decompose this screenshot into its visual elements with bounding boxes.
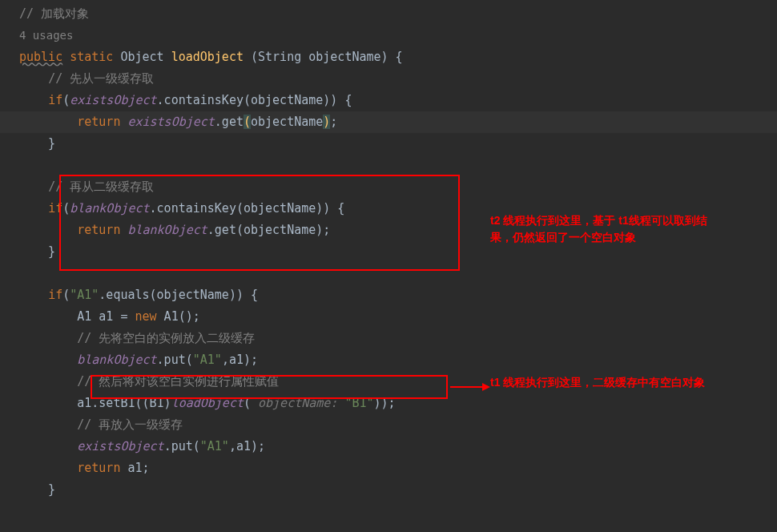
comment-line: // 加载对象	[19, 6, 89, 21]
comment-line: // 先从一级缓存取	[48, 71, 154, 86]
annotation-text-2: t1 线程执行到这里，二级缓存中有空白对象	[490, 374, 731, 391]
comment-line: // 先将空白的实例放入二级缓存	[77, 331, 255, 345]
highlighted-line: return existsObject.get(objectName);	[0, 111, 777, 133]
code-line: }	[19, 479, 777, 501]
code-line: blankObject.put("A1",a1);	[19, 349, 777, 371]
method-signature: public static Object loadObject (String …	[19, 46, 777, 68]
comment-line: // 再放入一级缓存	[77, 417, 183, 432]
code-line: if(existsObject.containsKey(objectName))…	[19, 90, 777, 111]
comment-line: // 再从二级缓存取	[48, 179, 154, 194]
annotation-arrow-icon	[450, 386, 489, 388]
code-line: if("A1".equals(objectName)) {	[19, 284, 777, 306]
code-line: a1.setB1((B1)loadObject( objectName: "B1…	[19, 393, 777, 414]
annotation-text-1: t2 线程执行到这里，基于 t1线程可以取到结果，仍然返回了一个空白对象	[490, 212, 715, 246]
code-line: return a1;	[19, 457, 777, 479]
code-editor[interactable]: // 加载对象 4 usages public static Object lo…	[0, 0, 777, 501]
comment-line: // 然后将对该空白实例进行属性赋值	[77, 374, 279, 389]
usages-hint[interactable]: 4 usages	[19, 29, 73, 42]
code-line: existsObject.put("A1",a1);	[19, 436, 777, 457]
code-line: }	[19, 133, 777, 155]
code-line: A1 a1 = new A1();	[19, 306, 777, 328]
